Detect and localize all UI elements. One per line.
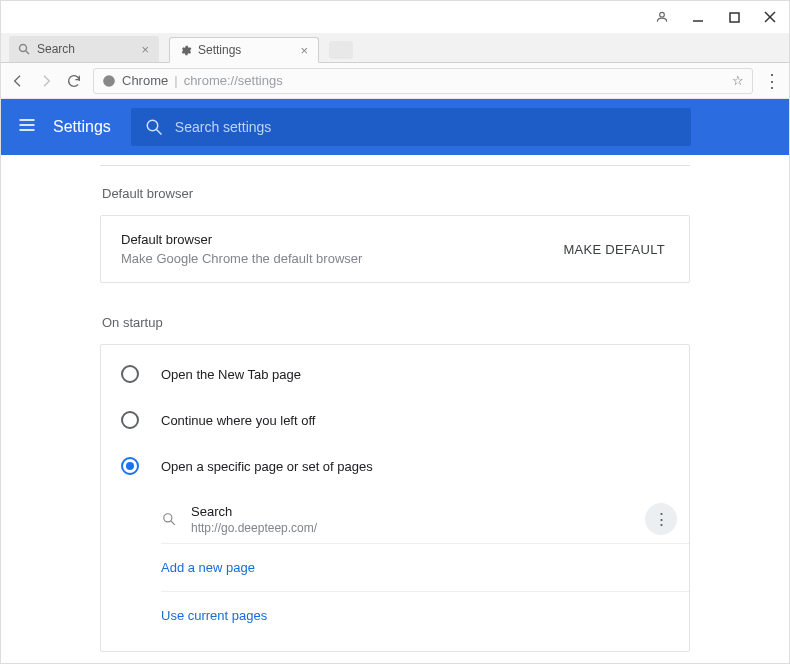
window-controls [1, 1, 789, 33]
menu-icon[interactable] [17, 115, 37, 139]
radio-icon[interactable] [121, 411, 139, 429]
svg-point-13 [164, 514, 172, 522]
address-bar[interactable]: Chrome | chrome://settings ☆ [93, 68, 753, 94]
radio-icon[interactable] [121, 457, 139, 475]
search-icon [161, 511, 177, 527]
back-button[interactable] [9, 72, 27, 90]
default-browser-card: Default browser Make Google Chrome the d… [100, 215, 690, 283]
advanced-toggle[interactable]: Advanced ▼ [100, 652, 690, 664]
forward-button[interactable] [37, 72, 55, 90]
content-area: Default browser Default browser Make Goo… [1, 155, 789, 664]
svg-point-7 [103, 75, 115, 87]
make-default-button[interactable]: MAKE DEFAULT [559, 234, 669, 265]
startup-option-continue[interactable]: Continue where you left off [101, 397, 689, 443]
use-current-pages-link[interactable]: Use current pages [161, 592, 689, 639]
add-new-page-link[interactable]: Add a new page [161, 544, 689, 592]
maximize-button[interactable] [727, 10, 741, 24]
url-scheme: Chrome [122, 73, 168, 88]
close-icon[interactable]: × [139, 42, 151, 57]
tab-settings[interactable]: Settings × [169, 37, 319, 63]
svg-line-14 [171, 521, 175, 525]
close-button[interactable] [763, 10, 777, 24]
default-browser-title: Default browser [121, 232, 362, 247]
on-startup-card: Open the New Tab page Continue where you… [100, 344, 690, 652]
page-url: http://go.deepteep.com/ [191, 521, 631, 535]
svg-rect-2 [730, 13, 739, 22]
startup-option-newtab[interactable]: Open the New Tab page [101, 351, 689, 397]
tab-strip: Search × Settings × [1, 33, 789, 63]
new-tab-button[interactable] [329, 41, 353, 59]
search-input[interactable] [175, 119, 677, 135]
svg-point-0 [660, 12, 665, 17]
section-label-default-browser: Default browser [102, 186, 690, 201]
svg-line-12 [156, 129, 161, 134]
chrome-icon [102, 74, 116, 88]
minimize-button[interactable] [691, 10, 705, 24]
url-text: chrome://settings [184, 73, 726, 88]
option-label: Open the New Tab page [161, 367, 301, 382]
svg-line-6 [26, 51, 30, 55]
option-label: Open a specific page or set of pages [161, 459, 373, 474]
search-icon [17, 42, 31, 56]
page-more-button[interactable]: ⋮ [645, 503, 677, 535]
gear-icon [178, 43, 192, 57]
radio-icon[interactable] [121, 365, 139, 383]
page-name: Search [191, 504, 631, 519]
tab-label: Search [37, 42, 75, 56]
toolbar: Chrome | chrome://settings ☆ ⋮ [1, 63, 789, 99]
svg-point-11 [147, 120, 158, 131]
close-icon[interactable]: × [298, 43, 310, 58]
page-title: Settings [53, 118, 111, 136]
option-label: Continue where you left off [161, 413, 315, 428]
startup-option-specific-pages[interactable]: Open a specific page or set of pages [101, 443, 689, 489]
bookmark-icon[interactable]: ☆ [732, 73, 744, 88]
default-browser-subtitle: Make Google Chrome the default browser [121, 251, 362, 266]
startup-page-row: Search http://go.deepteep.com/ ⋮ [161, 495, 689, 544]
settings-search[interactable] [131, 108, 691, 146]
tab-search[interactable]: Search × [9, 36, 159, 62]
section-label-on-startup: On startup [102, 315, 690, 330]
reload-button[interactable] [65, 72, 83, 90]
search-icon [145, 118, 163, 136]
svg-point-5 [20, 45, 27, 52]
tab-label: Settings [198, 43, 241, 57]
settings-header: Settings [1, 99, 789, 155]
account-icon[interactable] [655, 10, 669, 24]
